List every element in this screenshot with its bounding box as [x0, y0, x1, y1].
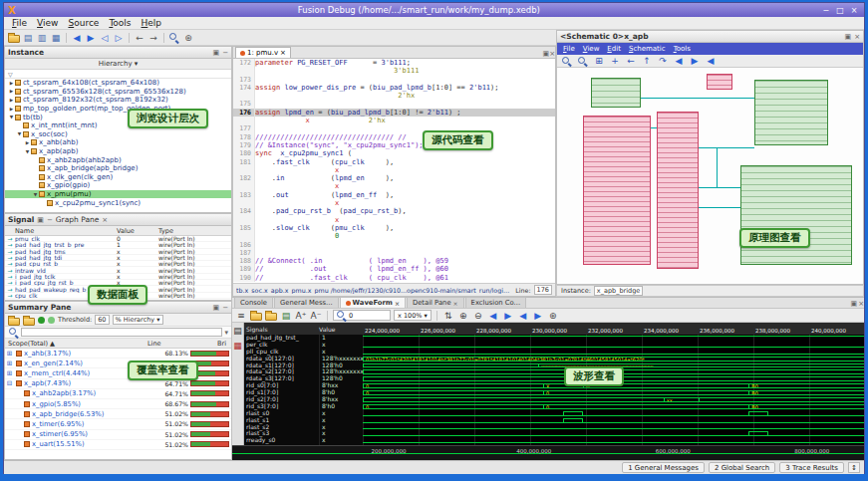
waveform-canvas[interactable]: 01b1b77c01*4201418141014b*381b77c01a0781… [363, 335, 864, 445]
waveform-overview[interactable]: 200,000,000400,000,000600,000,000800,000… [232, 445, 864, 460]
font-plus-icon[interactable]: A⁺ [295, 310, 307, 322]
menu-tools[interactable]: Tools [109, 18, 131, 28]
code-line[interactable]: x [233, 182, 555, 190]
tree-item-x_clk_gen[interactable]: x_clk_gen(clk_gen) [5, 173, 231, 182]
coverage-row-x_ahb2apb[interactable]: x_ahb2apb(3.17%)64.71% [5, 389, 231, 399]
wave-trace-rlast_s3[interactable] [363, 430, 864, 437]
tree-item-x_cpu2pmu_sync1[interactable]: x_cpu2pmu_sync1(sync) [5, 198, 231, 207]
tab-general-mess-[interactable]: General Mess... [274, 297, 339, 308]
menu-icon[interactable]: ≡ [235, 310, 247, 322]
zoom-in-icon[interactable]: ⊕ [457, 310, 469, 322]
code-line-176[interactable]: 176assign lpmd_en = (biu_pad_lpmd_b[1:0]… [233, 109, 555, 117]
play-back-icon[interactable]: ◀ [71, 32, 83, 44]
line-number-input[interactable]: 176 [534, 285, 552, 295]
tab-exclusion-co-[interactable]: Exclusion Co... [465, 297, 526, 308]
code-line-184[interactable]: 184 .pad_cpu_rst_b (pad_cpu_rst_b), [233, 207, 555, 215]
code-line[interactable]: x [233, 216, 555, 224]
view-columns-icon[interactable]: ▥ [36, 32, 48, 44]
wave-trace-rid_s3[7:0][interactable]: 00B0 [363, 403, 864, 410]
zoom-fit-icon[interactable]: ⊞ [593, 55, 605, 67]
tree-item-x_apb[interactable]: ▼x_apb(apb) [5, 147, 231, 156]
col-value[interactable]: Value [117, 226, 158, 235]
chevron-down-icon[interactable]: ▾ [224, 329, 228, 337]
schematic-menu-edit[interactable]: Edit [607, 45, 621, 53]
status-button--global-search[interactable]: 2 Global Search [709, 462, 775, 473]
zoom-out-icon[interactable] [577, 56, 589, 67]
coverage-row-x_apb[interactable]: ⊟x_apb(7.43%)64.71% [5, 379, 231, 389]
dock-icon[interactable]: ▣ [543, 50, 550, 58]
schematic-block-pink-left[interactable] [583, 116, 651, 265]
tree-item-x_ahb2apb[interactable]: x_ahb2apb(ahb2apb) [5, 155, 231, 164]
code-line-174[interactable]: 174assign low_power_dis_pre = (biu_pad_l… [233, 84, 555, 92]
load-coverage-icon[interactable] [8, 318, 20, 326]
font-minus-icon[interactable]: A⁻ [310, 310, 322, 322]
code-line[interactable]: 2'hx [233, 92, 555, 100]
search-icon[interactable] [168, 32, 180, 43]
code-line-179[interactable]: 179// &Instance("sync", "x_cpu2pmu_sync1… [233, 141, 555, 149]
schematic-menu-tools[interactable]: Tools [674, 45, 691, 53]
next-edge-icon[interactable]: ▶ [502, 310, 514, 322]
palette-icon[interactable]: ▦ [232, 340, 244, 352]
filter-funnel-icon[interactable]: ▽ [8, 71, 13, 78]
code-line-181[interactable]: 181 .fast_clk (cpu_clk ), [233, 158, 555, 166]
wave-trace-rlast_s2[interactable] [363, 424, 864, 431]
code-line-178[interactable]: 178///////////////////////////////// // [233, 133, 555, 141]
open-folder-icon[interactable] [250, 313, 262, 321]
hierarchy-filter-row[interactable]: ▽ [5, 70, 231, 79]
next2-icon[interactable]: ◀ [705, 55, 717, 67]
wave-trace-rdata_s0[127:0][interactable]: 01b1b77c01*4201418141014b*381b77c01a0781… [363, 356, 864, 362]
filter-pass-icon[interactable] [48, 317, 55, 324]
code-line[interactable]: x 2'hx [233, 117, 555, 124]
tree-item-x_ahb[interactable]: ▶x_ahb(ahb) [5, 138, 231, 147]
code-line-187[interactable]: 187 [233, 249, 555, 257]
col-line[interactable]: Line [147, 339, 217, 348]
zoom-out-icon[interactable]: ⊖ [472, 310, 484, 322]
source-code-view[interactable]: 172parameter PG_RESET_OFF = 3'b111; 3'b1… [233, 59, 555, 283]
forward-arrow-icon[interactable]: → [147, 32, 159, 44]
code-line-173[interactable]: 173 [233, 76, 555, 84]
wave-trace-pad_had_jtg_trst_[interactable] [363, 335, 864, 342]
code-line-185[interactable]: 185 .slow_clk (pmu_clk ), [233, 224, 555, 232]
instance-value[interactable]: x_apb_bridge [594, 286, 643, 296]
add-signal-icon[interactable]: ▤ [280, 310, 292, 322]
code-line-172[interactable]: 172parameter PG_RESET_OFF = 3'b111; [233, 59, 555, 67]
collapse-icon[interactable]: − [222, 304, 228, 312]
tab-graph-pane[interactable]: Graph Pane [56, 215, 100, 224]
col-scope[interactable]: Scope(Total) ▲ [5, 339, 147, 348]
col-bri[interactable]: Bri [217, 339, 231, 348]
menu-view[interactable]: View [37, 18, 58, 28]
close-icon[interactable]: × [102, 216, 108, 224]
summary-search-input[interactable] [21, 328, 222, 337]
close-icon[interactable]: × [280, 49, 286, 57]
open-folder-icon[interactable] [8, 35, 20, 43]
tree-item-x_apb_bridge[interactable]: x_apb_bridge(apb_bridge) [5, 164, 231, 173]
code-line-190[interactable]: 190// .fast_clk ( cpu_clk ), @61 [233, 274, 555, 282]
code-line-188[interactable]: 188// &Connect( .in ( lpmd_en ), @59 [233, 257, 555, 265]
col-name[interactable]: Name [5, 226, 117, 235]
settings-icon[interactable]: ⊛ [182, 32, 194, 44]
code-line-177[interactable]: 177 [233, 124, 555, 132]
view-grid-icon[interactable]: ▤ [22, 32, 34, 44]
settings-icon[interactable]: ⊛ [547, 310, 559, 322]
tab-pmu-v[interactable]: 1: pmu.v × [235, 47, 291, 58]
code-line-175[interactable]: 175 [233, 100, 555, 108]
minimize-button[interactable]: ─ [820, 5, 832, 15]
code-line-180[interactable]: 180sync x_cpu2pmu_sync1 ( [233, 149, 555, 157]
coverage-row-x_apb_bridge[interactable]: x_apb_bridge(6.53%)51.02% [5, 409, 231, 419]
schematic-canvas[interactable] [557, 68, 863, 284]
tab-console[interactable]: Console [234, 297, 273, 308]
tab-detail-pane[interactable]: Detail Pane× [407, 297, 464, 308]
dock-icon[interactable]: ▣ [213, 304, 220, 312]
print-icon[interactable]: ▤ [232, 325, 244, 337]
wave-trace-rready_s0[interactable] [363, 437, 864, 444]
tab-waveform[interactable]: WaveForm× [340, 297, 406, 308]
col-type[interactable]: Type [158, 226, 231, 235]
threshold-input[interactable]: 60 [95, 315, 109, 325]
schematic-block-green-top[interactable] [754, 80, 828, 145]
wave-trace-pll_cpu_clk[interactable] [363, 349, 864, 356]
wave-trace-rid_s1[7:0][interactable]: 00B0 [363, 389, 864, 396]
code-line-183[interactable]: 183 .out (lpmd_en_ff ), [233, 191, 555, 199]
schematic-block-pink-small[interactable] [707, 74, 732, 90]
status-sort-icon[interactable]: ↕ [848, 462, 860, 473]
code-line[interactable]: x [233, 166, 555, 174]
